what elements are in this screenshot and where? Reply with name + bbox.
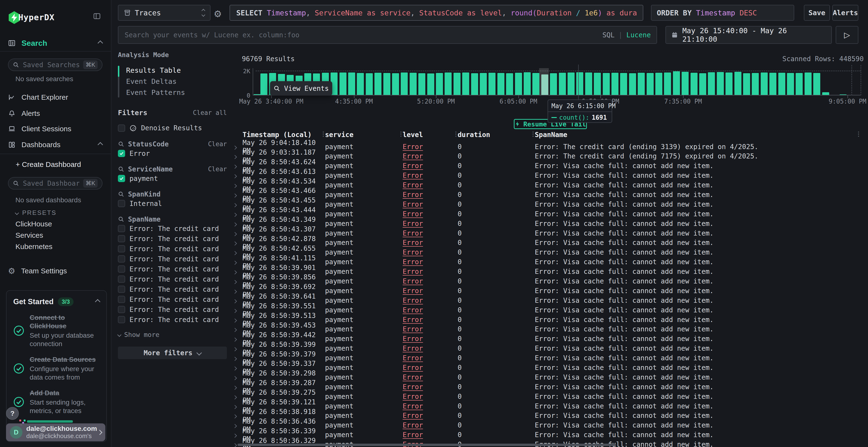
histogram-bar[interactable]	[822, 92, 829, 95]
saved-searches-search[interactable]: ⌘K	[8, 59, 102, 71]
histogram-bar[interactable]	[603, 73, 610, 95]
histogram-bar[interactable]	[348, 72, 355, 95]
alerts-button[interactable]: Alerts	[832, 5, 858, 21]
column-drag-icon[interactable]: ⋮	[856, 130, 862, 138]
histogram-bar[interactable]	[673, 71, 680, 95]
expand-chevron-icon[interactable]	[233, 376, 237, 380]
column-level[interactable]: ⋮level	[403, 131, 458, 139]
histogram-bar[interactable]	[664, 72, 671, 95]
get-started-item[interactable]: Add Data Start sending logs, metrics, or…	[13, 389, 100, 415]
histogram-bar[interactable]	[489, 73, 495, 95]
mode-results-table[interactable]: Results Table	[126, 65, 227, 76]
expand-chevron-icon[interactable]	[233, 309, 237, 313]
histogram-bar[interactable]	[436, 73, 443, 95]
histogram-bar[interactable]	[515, 73, 522, 95]
collapse-sidebar-icon[interactable]	[93, 12, 101, 20]
expand-chevron-icon[interactable]	[233, 299, 237, 303]
expand-chevron-icon[interactable]	[233, 386, 237, 390]
filter-clear-button[interactable]: Clear	[208, 140, 227, 148]
histogram-bar[interactable]	[480, 73, 487, 95]
filter-checkbox-item[interactable]: Error: The credit card …	[118, 294, 227, 304]
filter-checkbox-item[interactable]: Error: The credit card …	[118, 304, 227, 314]
histogram-bar[interactable]	[735, 72, 741, 95]
histogram-bar[interactable]	[708, 72, 715, 95]
checkbox-icon[interactable]	[118, 286, 125, 293]
saved-dashboards-input[interactable]	[23, 179, 80, 187]
filter-checkbox-item[interactable]: Error: The credit card …	[118, 254, 227, 264]
expand-chevron-icon[interactable]	[233, 318, 237, 322]
filter-checkbox-item[interactable]: Error: The credit card …	[118, 274, 227, 284]
histogram-bar[interactable]	[629, 73, 636, 95]
histogram-bar[interactable]	[761, 72, 768, 95]
histogram-bar[interactable]	[383, 73, 390, 95]
expand-chevron-icon[interactable]	[233, 405, 237, 409]
sidebar-item-services[interactable]: Services	[16, 231, 43, 239]
column-duration[interactable]: ⋮duration	[458, 131, 535, 139]
user-menu[interactable]: D dale@clickhouse.com dale@clickhouse.co…	[6, 423, 105, 441]
expand-chevron-icon[interactable]	[233, 395, 237, 399]
mode-event-deltas[interactable]: Event Deltas	[126, 76, 227, 87]
filter-checkbox-item[interactable]: Error: The credit card …	[118, 264, 227, 274]
histogram-bar[interactable]	[699, 73, 706, 95]
checkbox-icon[interactable]	[118, 200, 125, 207]
expand-chevron-icon[interactable]	[233, 357, 237, 361]
expand-chevron-icon[interactable]	[233, 194, 237, 198]
histogram-bar[interactable]	[444, 72, 452, 95]
histogram-bar[interactable]	[620, 73, 627, 95]
source-select[interactable]: Traces	[118, 5, 211, 21]
more-filters-button[interactable]: More filters	[118, 347, 227, 359]
histogram-bar[interactable]	[840, 94, 846, 95]
sidebar-item-team-settings[interactable]: ⚙ Team Settings	[0, 264, 111, 278]
expand-chevron-icon[interactable]	[233, 424, 237, 428]
sidebar-item-chart-explorer[interactable]: Chart Explorer	[0, 90, 111, 104]
histogram-bar[interactable]	[401, 72, 408, 95]
histogram-bar[interactable]	[769, 73, 776, 95]
column-drag-icon[interactable]: ⋮	[320, 130, 327, 138]
histogram-bar[interactable]	[612, 73, 618, 95]
histogram-bar[interactable]	[805, 72, 812, 95]
histogram-bar[interactable]	[541, 74, 548, 95]
source-settings-gear-icon[interactable]: ⚙	[214, 9, 222, 19]
sidebar-item-clickhouse[interactable]: ClickHouse	[16, 220, 52, 228]
expand-chevron-icon[interactable]	[233, 338, 237, 342]
histogram-bar[interactable]	[594, 73, 601, 95]
histogram-bar[interactable]	[454, 73, 461, 95]
expand-chevron-icon[interactable]	[233, 366, 237, 370]
histogram-bar[interactable]	[462, 72, 469, 95]
histogram-bar[interactable]	[576, 72, 583, 95]
horizontal-scrollbar[interactable]	[238, 444, 616, 446]
histogram-bar[interactable]	[357, 73, 364, 95]
expand-chevron-icon[interactable]	[233, 165, 237, 169]
search-input[interactable]	[124, 31, 597, 39]
show-more-button[interactable]: Show more	[118, 331, 227, 338]
histogram-bar[interactable]	[717, 72, 724, 95]
expand-chevron-icon[interactable]	[233, 242, 237, 246]
histogram-bar[interactable]	[497, 73, 504, 95]
expand-chevron-icon[interactable]	[233, 271, 237, 275]
create-dashboard-button[interactable]: + Create Dashboard	[0, 158, 111, 171]
lucene-mode-toggle[interactable]: Lucene	[626, 31, 651, 39]
sidebar-item-kubernetes[interactable]: Kubernetes	[16, 243, 52, 251]
histogram-bar[interactable]	[550, 73, 557, 95]
histogram-bar[interactable]	[813, 73, 820, 95]
sql-select-editor[interactable]: SELECT Timestamp, ServiceName as service…	[229, 5, 643, 21]
table-row[interactable]: May 26 9:04:18.410 PMpaymentError0Error:…	[231, 139, 868, 148]
histogram-bar[interactable]	[796, 73, 803, 95]
expand-chevron-icon[interactable]	[233, 174, 237, 178]
histogram-bar[interactable]	[374, 73, 381, 95]
column-spanname[interactable]: ⋮SpanName⋮	[535, 131, 868, 139]
histogram-bar[interactable]	[682, 72, 689, 95]
expand-chevron-icon[interactable]	[233, 434, 237, 438]
checkbox-icon[interactable]	[118, 125, 125, 132]
checkbox-icon[interactable]	[118, 245, 125, 252]
expand-chevron-icon[interactable]	[233, 145, 237, 149]
expand-chevron-icon[interactable]	[233, 222, 237, 227]
filter-checkbox-item[interactable]: Error: The credit card …	[118, 224, 227, 234]
column-service[interactable]: ⋮service	[325, 131, 403, 139]
filter-checkbox-item[interactable]: payment	[118, 173, 227, 183]
mode-event-patterns[interactable]: Event Patterns	[126, 87, 227, 98]
checkbox-icon[interactable]	[118, 316, 125, 323]
histogram-bar[interactable]	[787, 73, 794, 95]
chevron-up-icon[interactable]	[98, 40, 103, 46]
histogram-bar[interactable]	[427, 73, 434, 95]
